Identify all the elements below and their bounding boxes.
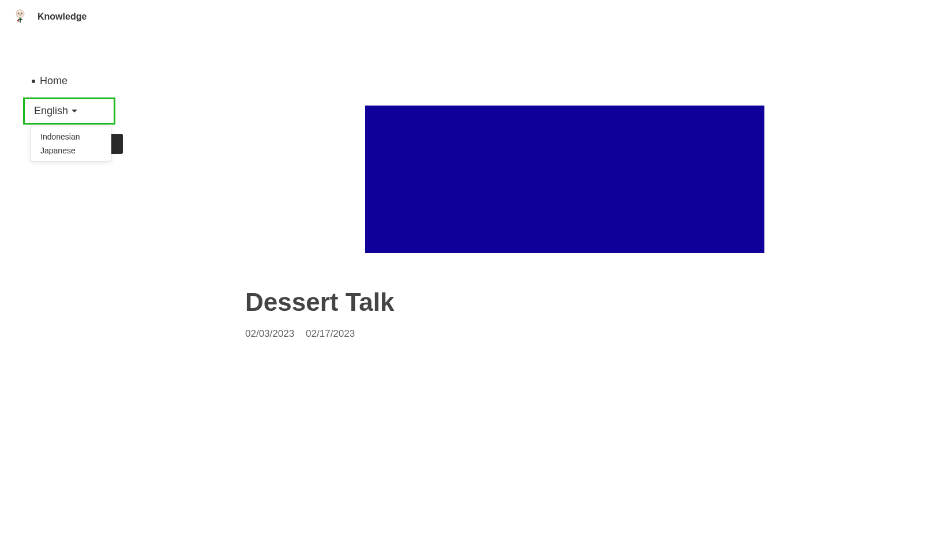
- svg-point-3: [17, 14, 18, 15]
- article-dates: 02/03/2023 02/17/2023: [245, 328, 764, 340]
- sidebar: Home English Indonesian Japanese: [23, 75, 127, 125]
- logo-icon: [12, 9, 28, 25]
- language-selector: English Indonesian Japanese: [23, 97, 115, 125]
- article-title: Dessert Talk: [245, 288, 764, 317]
- site-title[interactable]: Knowledge: [37, 12, 87, 22]
- svg-point-4: [22, 14, 24, 15]
- current-language-label: English: [34, 105, 68, 117]
- header: Knowledge: [0, 0, 949, 33]
- svg-point-1: [18, 13, 19, 14]
- hero-image: [365, 106, 764, 253]
- svg-point-5: [17, 20, 20, 22]
- caret-down-icon: [72, 110, 77, 112]
- language-dropdown-button[interactable]: English: [28, 103, 83, 119]
- language-option-indonesian[interactable]: Indonesian: [31, 130, 111, 144]
- date-updated: 02/17/2023: [306, 328, 355, 340]
- nav-item-home[interactable]: Home: [32, 75, 127, 87]
- nav-list: Home: [23, 75, 127, 87]
- svg-point-2: [21, 13, 22, 14]
- svg-point-0: [16, 10, 24, 18]
- nav-link-home[interactable]: Home: [40, 75, 67, 87]
- site-logo[interactable]: [12, 8, 29, 25]
- language-dropdown-menu: Indonesian Japanese: [31, 126, 111, 161]
- bullet-icon: [32, 80, 35, 83]
- main-content: Dessert Talk 02/03/2023 02/17/2023: [245, 33, 764, 340]
- date-published: 02/03/2023: [245, 328, 294, 340]
- language-option-japanese[interactable]: Japanese: [31, 144, 111, 157]
